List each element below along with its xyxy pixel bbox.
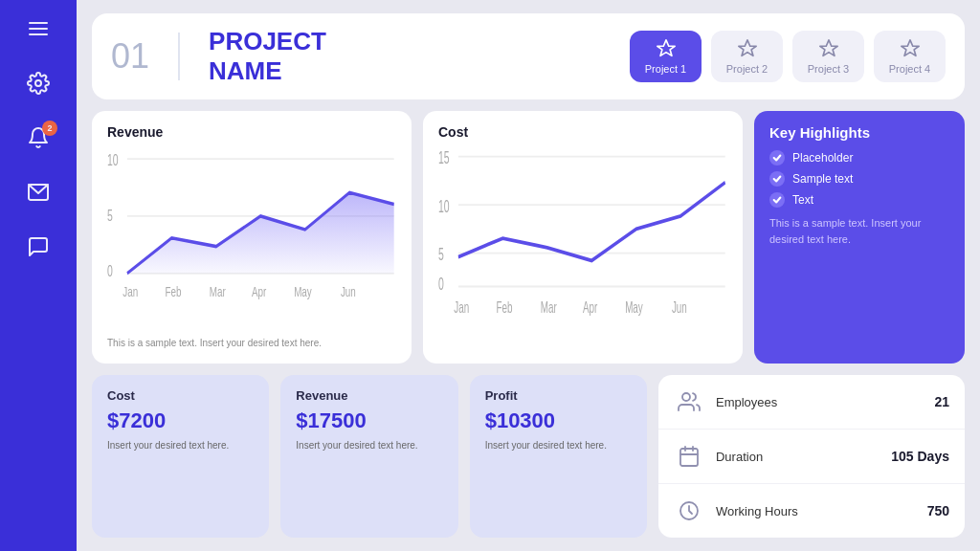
highlights-card: Key Highlights Placeholder Sample text T… — [754, 111, 965, 364]
tab-project4-label: Project 4 — [889, 63, 930, 75]
chat-icon[interactable] — [27, 235, 50, 263]
svg-text:Apr: Apr — [252, 285, 266, 301]
bell-icon[interactable]: 2 — [27, 126, 50, 154]
cost-value: $7200 — [107, 408, 254, 433]
highlight-item-2: Text — [769, 192, 949, 208]
clock-icon — [674, 496, 704, 526]
info-row-duration: Duration 105 Days — [658, 430, 965, 484]
highlight-text-2: Text — [792, 193, 813, 207]
cost-chart-title: Cost — [438, 124, 727, 140]
tab-project1-label: Project 1 — [645, 63, 686, 75]
mail-icon[interactable] — [27, 181, 50, 209]
svg-text:0: 0 — [438, 276, 444, 294]
working-hours-value: 750 — [927, 503, 949, 518]
notification-badge: 2 — [42, 121, 57, 136]
svg-point-32 — [682, 393, 690, 401]
svg-text:0: 0 — [107, 264, 113, 281]
svg-text:15: 15 — [438, 149, 450, 167]
employees-icon — [674, 386, 704, 417]
svg-text:5: 5 — [438, 246, 444, 264]
highlight-check-1 — [769, 171, 785, 187]
svg-text:May: May — [625, 299, 643, 317]
svg-text:Jun: Jun — [341, 285, 356, 301]
cost-caption: Insert your desired text here. — [107, 439, 254, 452]
profit-caption: Insert your desired text here. — [485, 439, 632, 452]
revenue-chart-card: Revenue 10 5 0 — [92, 111, 412, 364]
svg-text:Mar: Mar — [210, 285, 226, 301]
highlights-description: This is a sample text. Insert your desir… — [769, 215, 949, 247]
svg-text:10: 10 — [438, 198, 450, 216]
profit-stat-card: Profit $10300 Insert your desired text h… — [470, 375, 647, 538]
divider — [178, 33, 180, 80]
svg-marker-11 — [127, 193, 394, 274]
duration-value: 105 Days — [891, 449, 949, 464]
employees-label: Employees — [716, 395, 934, 409]
info-row-employees: Employees 21 — [658, 375, 965, 430]
main-content: 01 PROJECT NAME Project 1 Project 2 Proj… — [77, 0, 980, 551]
svg-text:Feb: Feb — [496, 299, 512, 317]
cost-label: Cost — [107, 388, 254, 403]
tab-project1[interactable]: Project 1 — [630, 31, 702, 82]
tab-project2[interactable]: Project 2 — [711, 31, 783, 82]
info-row-workinghours: Working Hours 750 — [658, 484, 965, 538]
svg-text:5: 5 — [107, 208, 113, 225]
header-card: 01 PROJECT NAME Project 1 Project 2 Proj… — [92, 13, 965, 99]
highlights-title: Key Highlights — [769, 124, 949, 141]
svg-point-3 — [35, 80, 41, 86]
revenue-chart-caption: This is a sample text. Insert your desir… — [107, 337, 396, 350]
profit-label: Profit — [485, 388, 632, 403]
svg-text:Feb: Feb — [165, 285, 181, 301]
project-title: PROJECT NAME — [209, 27, 326, 86]
revenue-chart-title: Revenue — [107, 124, 396, 140]
project-number: 01 — [111, 36, 149, 77]
svg-text:May: May — [294, 285, 312, 301]
revenue-value: $17500 — [296, 408, 442, 433]
revenue-label: Revenue — [296, 388, 442, 403]
svg-rect-33 — [680, 449, 698, 466]
highlight-text-0: Placeholder — [792, 151, 853, 165]
highlight-check-0 — [769, 150, 785, 165]
tab-project3-label: Project 3 — [808, 63, 849, 75]
tab-project3[interactable]: Project 3 — [792, 31, 864, 82]
svg-text:Apr: Apr — [583, 299, 598, 317]
sidebar: 2 — [0, 0, 77, 551]
working-hours-label: Working Hours — [716, 504, 927, 518]
bottom-row: Cost $7200 Insert your desired text here… — [92, 375, 965, 538]
settings-icon[interactable] — [27, 72, 50, 99]
highlight-item-1: Sample text — [769, 171, 949, 187]
employees-value: 21 — [934, 394, 949, 409]
revenue-caption: Insert your desired text here. — [296, 439, 442, 452]
project-tabs: Project 1 Project 2 Project 3 Project 4 — [630, 31, 946, 82]
tab-project4[interactable]: Project 4 — [874, 31, 946, 82]
svg-text:Jun: Jun — [672, 299, 687, 317]
charts-row: Revenue 10 5 0 — [92, 111, 965, 364]
highlight-check-2 — [769, 192, 785, 208]
cost-chart-area: 15 10 5 0 Jan Feb Mar Apr May Jun — [438, 145, 727, 350]
duration-label: Duration — [716, 450, 891, 464]
duration-icon — [674, 441, 704, 472]
revenue-stat-card: Revenue $17500 Insert your desired text … — [280, 375, 457, 538]
svg-text:10: 10 — [107, 152, 119, 169]
profit-value: $10300 — [485, 408, 632, 433]
cost-stat-card: Cost $7200 Insert your desired text here… — [92, 375, 269, 538]
info-panel: Employees 21 Duration 105 Days — [658, 375, 965, 538]
cost-chart-card: Cost 15 10 5 0 Jan Feb Mar Apr — [423, 111, 743, 364]
svg-text:Jan: Jan — [454, 299, 469, 317]
highlight-item-0: Placeholder — [769, 150, 949, 165]
svg-text:Mar: Mar — [541, 299, 557, 317]
tab-project2-label: Project 2 — [726, 63, 768, 75]
highlight-text-1: Sample text — [792, 172, 853, 186]
menu-icon[interactable] — [27, 17, 50, 45]
svg-text:Jan: Jan — [122, 285, 138, 301]
revenue-chart-area: 10 5 0 — [107, 145, 396, 331]
